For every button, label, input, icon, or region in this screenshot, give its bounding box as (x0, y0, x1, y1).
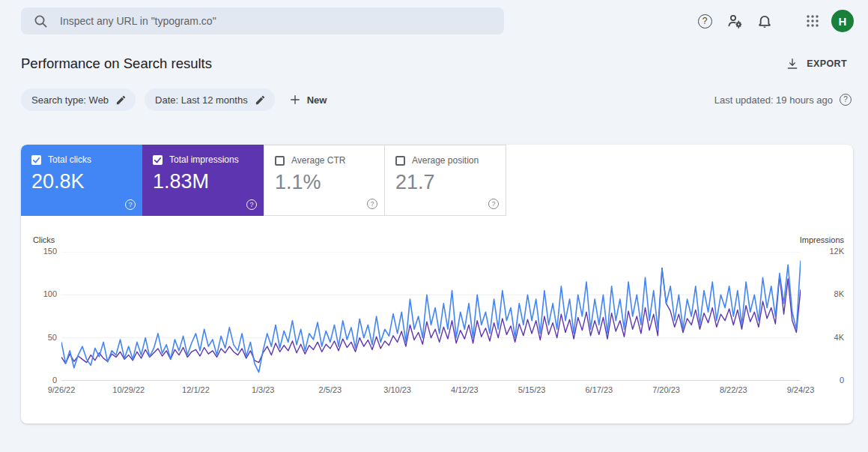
topbar-icon-cluster: ? (690, 6, 858, 36)
x-axis-label: 10/29/22 (112, 385, 145, 394)
help-icon[interactable]: ? (125, 199, 136, 210)
checkbox-empty-icon[interactable] (395, 156, 405, 166)
new-filter-button[interactable]: New (284, 93, 332, 106)
y-axis-tick-label: 150 (28, 247, 57, 256)
page-header: Performance on Search results EXPORT (0, 42, 868, 79)
x-axis-label: 7/20/23 (652, 385, 680, 394)
metric-card-total-clicks[interactable]: Total clicks 20.8K ? (21, 145, 142, 216)
last-updated-text: Last updated: 19 hours ago (714, 94, 833, 106)
x-axis-label: 5/15/23 (518, 385, 546, 394)
y-axis-tick-label: 0 (28, 376, 57, 385)
search-icon (33, 13, 48, 28)
y-axis-tick-label: 50 (28, 333, 57, 342)
performance-card: Total clicks 20.8K ? Total impressions 1… (21, 145, 853, 424)
metric-tiles: Total clicks 20.8K ? Total impressions 1… (21, 145, 853, 216)
x-axis-labels: 9/26/2210/29/2212/1/221/3/232/5/233/10/2… (61, 385, 801, 397)
google-apps-button[interactable] (798, 6, 828, 36)
x-axis-label: 4/12/23 (451, 385, 479, 394)
filter-chip-label: Search type: Web (31, 94, 109, 106)
metric-label: Average position (412, 155, 479, 166)
filter-chip-date-range[interactable]: Date: Last 12 months (145, 88, 275, 111)
user-settings-button[interactable] (720, 6, 750, 36)
checkbox-empty-icon[interactable] (275, 156, 285, 166)
checkbox-checked-icon[interactable] (31, 155, 41, 165)
x-axis-label: 9/26/22 (48, 385, 76, 394)
metric-label: Average CTR (291, 155, 345, 166)
edit-pencil-icon (255, 94, 266, 106)
checkbox-checked-icon[interactable] (153, 155, 163, 165)
x-axis-label: 9/24/23 (787, 385, 815, 394)
edit-pencil-icon (115, 94, 127, 106)
help-icon[interactable]: ? (840, 94, 852, 106)
metric-label: Total impressions (169, 154, 239, 165)
x-axis-label: 1/3/23 (252, 385, 275, 394)
help-icon[interactable]: ? (367, 199, 377, 209)
export-label: EXPORT (807, 58, 847, 69)
metric-value: 1.83M (153, 172, 253, 192)
x-axis-label: 8/22/23 (720, 385, 747, 394)
y-axis-tick-label: 12K (804, 247, 846, 256)
page-title: Performance on Search results (21, 55, 212, 72)
last-updated: Last updated: 19 hours ago ? (714, 94, 852, 106)
y-axis-tick-label: 0 (804, 376, 846, 385)
help-icon[interactable]: ? (488, 199, 499, 209)
performance-chart: Clicks Impressions 050100150 04K8K12K 9/… (28, 235, 846, 415)
metric-card-average-ctr[interactable]: Average CTR 1.1% ? (264, 145, 385, 216)
new-filter-label: New (307, 94, 327, 106)
bell-icon (756, 13, 773, 29)
metric-label: Total clicks (48, 154, 91, 165)
filter-chip-label: Date: Last 12 months (155, 94, 248, 106)
apps-grid-icon (805, 13, 820, 28)
export-button[interactable]: EXPORT (781, 56, 852, 71)
url-inspect-search-bar[interactable] (21, 7, 504, 34)
download-icon (786, 57, 799, 70)
x-axis-label: 2/5/23 (319, 385, 342, 394)
account-button[interactable]: H (828, 6, 858, 36)
x-axis-label: 3/10/23 (383, 385, 411, 394)
chart-plot-area (61, 252, 801, 381)
x-axis-label: 12/1/22 (182, 385, 210, 394)
help-icon: ? (698, 14, 712, 28)
y-axis-tick-label: 8K (804, 289, 846, 298)
notifications-button[interactable] (750, 6, 780, 36)
user-gear-icon (726, 13, 743, 29)
url-inspect-input[interactable] (58, 14, 492, 28)
metric-card-average-position[interactable]: Average position 21.7 ? (385, 145, 506, 216)
plus-icon (288, 93, 302, 106)
top-bar: ? (0, 0, 868, 42)
help-button[interactable]: ? (690, 6, 720, 36)
metric-value: 1.1% (275, 172, 374, 193)
x-axis-label: 6/17/23 (585, 385, 613, 394)
metric-value: 20.8K (31, 172, 132, 192)
filter-row: Search type: Web Date: Last 12 months Ne… (0, 79, 868, 111)
y-axis-tick-label: 4K (804, 333, 846, 342)
metric-value: 21.7 (395, 172, 495, 193)
y-axis-tick-label: 100 (28, 289, 57, 298)
metric-card-total-impressions[interactable]: Total impressions 1.83M ? (142, 145, 264, 216)
filter-chip-search-type[interactable]: Search type: Web (21, 88, 136, 111)
help-icon[interactable]: ? (246, 199, 257, 210)
avatar: H (831, 10, 854, 32)
performance-chart-svg (61, 252, 801, 381)
